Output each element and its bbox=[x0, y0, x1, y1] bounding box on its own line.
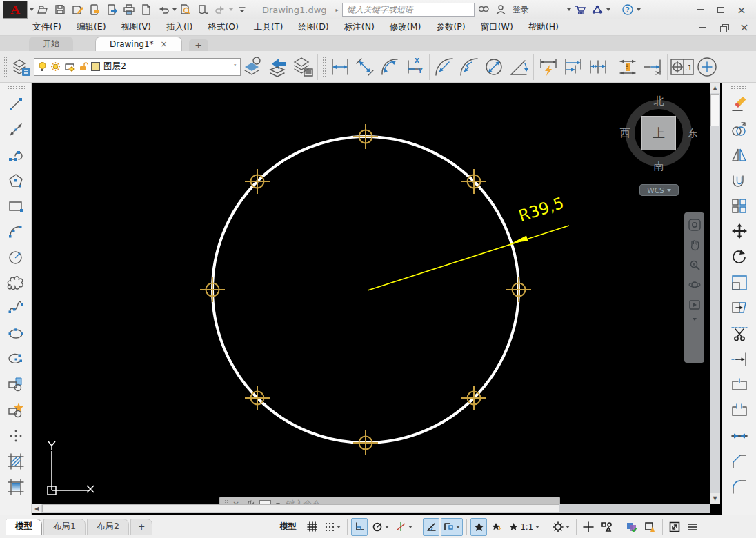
open-button[interactable] bbox=[34, 1, 51, 18]
signin-caret-icon[interactable] bbox=[567, 8, 571, 11]
publish-button[interactable] bbox=[195, 1, 211, 18]
menu-dimension[interactable]: 标注(N) bbox=[337, 19, 382, 35]
save-to-mobile-button[interactable] bbox=[103, 1, 120, 18]
layer-previous-button[interactable] bbox=[266, 53, 290, 81]
layer-color-swatch[interactable] bbox=[91, 62, 100, 71]
grid-toggle-icon[interactable] bbox=[304, 518, 320, 536]
iso-caret-icon[interactable] bbox=[408, 526, 412, 528]
object-snap-toggle-icon[interactable] bbox=[441, 518, 463, 536]
viewcube-north-label[interactable]: 北 bbox=[654, 94, 664, 108]
dimension-toolbar-drag-handle[interactable] bbox=[322, 56, 326, 78]
menu-help[interactable]: 帮助(H) bbox=[521, 19, 566, 35]
ellipse-tool-icon[interactable] bbox=[2, 321, 30, 346]
break-tool-icon[interactable] bbox=[726, 397, 753, 423]
dim-continue-button[interactable] bbox=[586, 53, 610, 81]
extend-tool-icon[interactable] bbox=[726, 346, 753, 372]
customization-menu-icon[interactable] bbox=[684, 518, 701, 536]
tab-start[interactable]: 开始 bbox=[29, 37, 73, 51]
undo-button[interactable] bbox=[155, 1, 172, 18]
scroll-left-icon[interactable]: ◀ bbox=[32, 504, 41, 513]
dim-angular-button[interactable] bbox=[506, 53, 531, 81]
menu-modify[interactable]: 修改(M) bbox=[382, 19, 429, 35]
menu-edit[interactable]: 编辑(E) bbox=[69, 19, 114, 35]
circle-tool-icon[interactable] bbox=[2, 244, 30, 270]
object-snap-tracking-toggle-icon[interactable] bbox=[423, 518, 439, 536]
rectangle-tool-icon[interactable] bbox=[2, 193, 30, 219]
radius-dimension[interactable]: R39,5 bbox=[368, 194, 569, 290]
search-icon[interactable] bbox=[475, 1, 492, 18]
ucs-icon[interactable]: Y X bbox=[48, 429, 104, 495]
dim-space-button[interactable] bbox=[615, 53, 640, 81]
polyline-tool-icon[interactable] bbox=[2, 142, 30, 168]
dim-linear-button[interactable] bbox=[328, 53, 352, 81]
navigation-wheel-icon[interactable] bbox=[688, 218, 701, 231]
insert-block-tool-icon[interactable] bbox=[2, 372, 30, 397]
layout-tab-layout1[interactable]: 布局1 bbox=[43, 519, 86, 535]
annotation-scale-control[interactable]: 1:1 bbox=[506, 518, 542, 536]
polar-tracking-toggle-icon[interactable] bbox=[369, 518, 392, 536]
dim-radius-button[interactable] bbox=[432, 53, 457, 81]
save-button[interactable] bbox=[52, 1, 68, 18]
menu-format[interactable]: 格式(O) bbox=[200, 19, 246, 35]
plot-button[interactable] bbox=[121, 1, 137, 18]
dim-jogged-button[interactable] bbox=[457, 53, 481, 81]
showmotion-icon[interactable] bbox=[688, 298, 701, 311]
snap-toggle-icon[interactable] bbox=[321, 518, 344, 536]
join-tool-icon[interactable] bbox=[726, 423, 753, 448]
point-marker[interactable] bbox=[353, 430, 378, 455]
model-space-toggle[interactable]: 模型 bbox=[273, 518, 302, 536]
rotate-tool-icon[interactable] bbox=[726, 244, 753, 270]
workspace-caret-icon[interactable] bbox=[566, 526, 570, 528]
break-at-point-tool-icon[interactable] bbox=[726, 372, 753, 397]
model-space-canvas[interactable]: R39,5 Y X 北 南 西 东 bbox=[32, 83, 722, 515]
open-from-mobile-button[interactable] bbox=[86, 1, 103, 18]
minimize-button[interactable] bbox=[691, 3, 709, 17]
viewcube-east-label[interactable]: 东 bbox=[688, 127, 698, 140]
point-marker[interactable] bbox=[506, 277, 531, 302]
line-tool-icon[interactable] bbox=[2, 91, 30, 117]
stretch-tool-icon[interactable] bbox=[726, 295, 753, 321]
menu-parametric[interactable]: 参数(P) bbox=[428, 19, 472, 35]
workspace-gear-icon[interactable] bbox=[550, 518, 573, 536]
scroll-down-icon[interactable]: ▼ bbox=[710, 493, 720, 504]
autodesk-app-icon[interactable] bbox=[589, 1, 606, 18]
new-tab-button[interactable]: + bbox=[189, 39, 208, 51]
viewcube[interactable]: 北 南 西 东 上 bbox=[617, 92, 700, 175]
undo-history-caret-icon[interactable] bbox=[172, 8, 177, 11]
fillet-tool-icon[interactable] bbox=[726, 474, 753, 499]
wcs-menu[interactable]: WCS bbox=[639, 184, 679, 196]
polygon-tool-icon[interactable] bbox=[2, 168, 30, 193]
redo-history-caret-icon[interactable] bbox=[229, 8, 233, 11]
canvas-vertical-scrollbar[interactable]: ▲ ▼ bbox=[710, 83, 720, 504]
zoom-icon[interactable] bbox=[688, 258, 701, 271]
dim-tolerance-button[interactable]: .1 bbox=[670, 53, 695, 81]
layer-properties-button[interactable] bbox=[9, 53, 34, 81]
close-button[interactable]: × bbox=[733, 3, 750, 17]
layer-states-button[interactable] bbox=[290, 53, 315, 81]
tab-close-icon[interactable]: × bbox=[161, 39, 168, 49]
dim-aligned-button[interactable] bbox=[352, 53, 377, 81]
layer-on-bulb-icon[interactable] bbox=[38, 61, 47, 72]
help-icon[interactable]: ? bbox=[619, 1, 636, 18]
customize-quick-access-button[interactable] bbox=[234, 1, 250, 18]
annotation-autoscale-toggle-icon[interactable] bbox=[488, 518, 505, 536]
annotation-visibility-toggle-icon[interactable] bbox=[470, 518, 487, 536]
point-tool-icon[interactable] bbox=[2, 423, 30, 448]
erase-tool-icon[interactable] bbox=[726, 91, 753, 117]
help-caret-icon[interactable] bbox=[637, 8, 641, 11]
pan-icon[interactable] bbox=[688, 238, 701, 251]
osnap-caret-icon[interactable] bbox=[456, 526, 460, 528]
crosshair-toggle-icon[interactable] bbox=[580, 518, 597, 536]
dim-quick-button[interactable] bbox=[536, 53, 561, 81]
clean-screen-icon[interactable] bbox=[666, 518, 683, 536]
dim-arc-length-button[interactable] bbox=[377, 53, 402, 81]
signin-button[interactable]: 登录 bbox=[513, 4, 529, 16]
chamfer-tool-icon[interactable] bbox=[726, 448, 753, 474]
new-drawing-button[interactable] bbox=[138, 1, 155, 18]
isometric-drafting-toggle-icon[interactable] bbox=[393, 518, 415, 536]
modify-toolbar-drag-handle[interactable] bbox=[730, 86, 748, 89]
array-tool-icon[interactable] bbox=[726, 193, 753, 219]
account-icon[interactable] bbox=[493, 1, 509, 18]
layer-viewport-freeze-icon[interactable] bbox=[64, 61, 75, 72]
menu-file[interactable]: 文件(F) bbox=[25, 19, 69, 35]
